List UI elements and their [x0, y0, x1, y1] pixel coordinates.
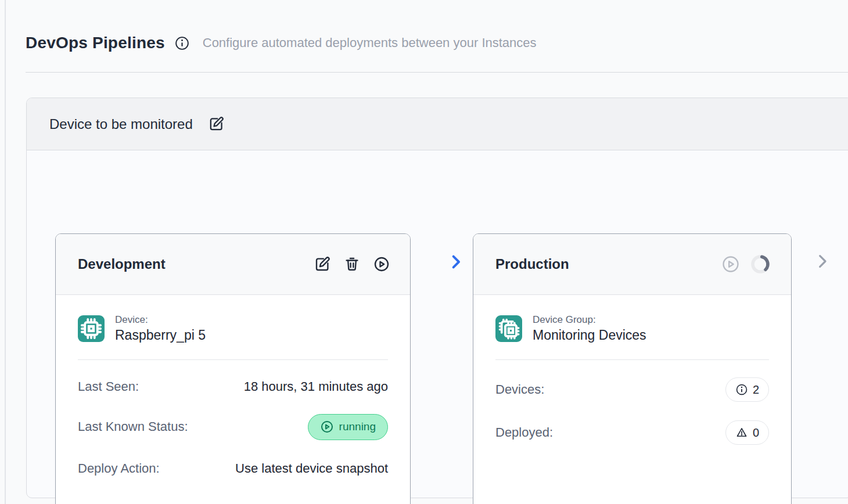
edit-icon[interactable] [208, 116, 225, 132]
divider [78, 359, 388, 360]
edit-icon[interactable] [314, 255, 331, 273]
production-actions [721, 253, 771, 275]
deploy-action-row: Deploy Action: Use latest device snapsho… [78, 459, 388, 478]
status-badge: running [308, 414, 388, 440]
production-title: Production [495, 256, 569, 272]
development-actions [314, 255, 390, 273]
delete-icon[interactable] [343, 255, 361, 273]
production-card: Production [473, 233, 792, 504]
device-group-name: Monitoring Devices [533, 327, 646, 343]
last-seen-label: Last Seen: [78, 379, 139, 394]
development-title: Development [78, 256, 166, 272]
devices-label: Devices: [495, 382, 544, 397]
pipeline-panel-body: Development [27, 151, 848, 498]
development-card-header: Development [56, 234, 410, 295]
chip-group-icon [495, 315, 522, 342]
production-card-header: Production [473, 234, 791, 295]
status-row: Last Known Status: running [78, 413, 388, 440]
deployed-label: Deployed: [495, 425, 553, 440]
devices-count-badge[interactable]: 2 [725, 377, 769, 402]
layout-divider [5, 0, 6, 504]
deploy-action-label: Deploy Action: [78, 461, 160, 476]
pipeline-panel-header: Device to be monitored [27, 98, 848, 150]
panel-title: Device to be monitored [49, 116, 193, 132]
warning-triangle-icon [735, 426, 748, 439]
device-group-label: Device Group: [533, 314, 646, 326]
chip-icon [78, 315, 105, 342]
devices-count: 2 [753, 383, 759, 397]
device-group-row: Device Group: Monitoring Devices [495, 314, 769, 343]
play-icon-disabled [721, 254, 741, 274]
info-icon[interactable] [174, 35, 190, 51]
play-icon[interactable] [373, 255, 390, 273]
last-seen-value: 18 hours, 31 minutes ago [244, 379, 388, 394]
deploy-action-value: Use latest device snapshot [235, 461, 388, 476]
page-subtitle: Configure automated deployments between … [203, 35, 537, 51]
play-circle-icon [320, 420, 334, 434]
development-card: Development [55, 233, 411, 504]
pipeline-flow-chevron-icon[interactable] [446, 253, 465, 271]
info-icon [735, 383, 748, 396]
page-title: DevOps Pipelines [26, 34, 165, 52]
deployed-count-badge[interactable]: 0 [725, 420, 769, 445]
page-header: DevOps Pipelines Configure automated dep… [26, 30, 537, 56]
device-row: Device: Raspberry_pi 5 [78, 314, 388, 343]
pipeline-panel: Device to be monitored Development [26, 98, 848, 498]
status-label: Last Known Status: [78, 419, 188, 434]
spinner-icon [749, 253, 771, 275]
divider [495, 359, 769, 360]
devices-row: Devices: 2 [495, 377, 769, 402]
device-name: Raspberry_pi 5 [115, 327, 206, 343]
next-chevron-icon[interactable] [813, 252, 831, 271]
status-badge-label: running [339, 420, 376, 433]
deployed-row: Deployed: 0 [495, 419, 769, 446]
production-card-body: Device Group: Monitoring Devices Devices… [473, 295, 791, 504]
header-divider [26, 72, 848, 73]
device-label: Device: [115, 314, 206, 326]
last-seen-row: Last Seen: 18 hours, 31 minutes ago [78, 377, 388, 396]
development-card-body: Device: Raspberry_pi 5 Last Seen: 18 hou… [56, 295, 410, 504]
deployed-count: 0 [753, 426, 759, 440]
